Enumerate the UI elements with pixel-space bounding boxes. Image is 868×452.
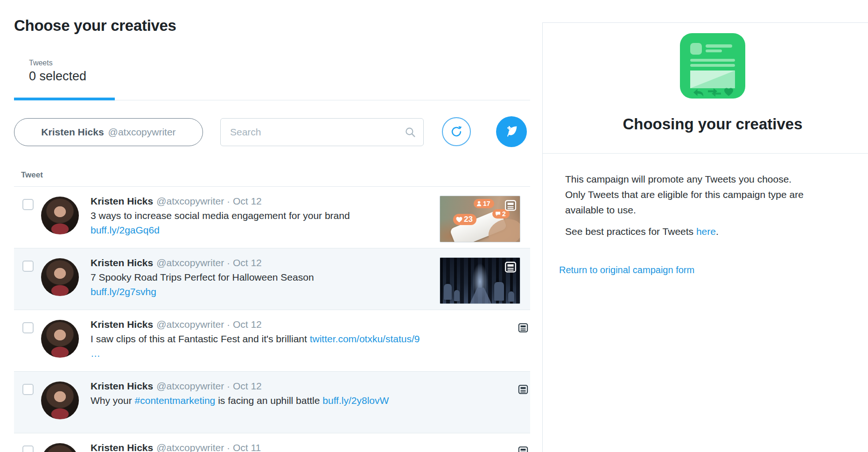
account-name: Kristen Hicks bbox=[41, 127, 104, 138]
page-title: Choose your creatives bbox=[14, 17, 176, 35]
tweet-media-thumbnail: 23 17 2 bbox=[440, 196, 520, 242]
best-practices-link[interactable]: here bbox=[696, 226, 716, 237]
gravestone-shape bbox=[494, 282, 504, 301]
tweet-text: 3 ways to increase social media engageme… bbox=[91, 208, 431, 223]
card-icon bbox=[518, 384, 528, 395]
search-input[interactable] bbox=[220, 118, 424, 146]
avatar bbox=[41, 258, 79, 296]
tweet-text: is facing an uphill battle bbox=[215, 395, 322, 406]
tweet-row[interactable]: Kristen Hicks@atxcopywriter · Oct 12 I s… bbox=[14, 310, 530, 372]
return-to-campaign-link[interactable]: Return to original campaign form bbox=[559, 265, 694, 275]
person-icon bbox=[476, 201, 482, 206]
tweet-more-link[interactable]: … bbox=[91, 346, 100, 360]
tweet-link[interactable]: twitter.com/otxku/status/9 bbox=[310, 333, 420, 344]
panel-tip: See best practices for Tweets here. bbox=[565, 224, 859, 239]
tweet-checkbox[interactable] bbox=[22, 445, 34, 452]
tweet-link[interactable]: buff.ly/2gaGq6d bbox=[91, 223, 160, 237]
likes-count: 23 bbox=[464, 215, 473, 224]
tweet-link[interactable]: buff.ly/2y8lovW bbox=[322, 395, 389, 406]
tweet-media-thumbnail bbox=[440, 257, 520, 304]
followers-count: 17 bbox=[483, 200, 490, 207]
tweet-link[interactable]: buff.ly/2g7svhg bbox=[91, 284, 156, 299]
panel-description-line: available to use. bbox=[565, 202, 859, 218]
gravestone-shape bbox=[508, 291, 514, 302]
column-header-tweet: Tweet bbox=[21, 170, 43, 180]
tweet-checkbox[interactable] bbox=[22, 384, 34, 395]
search-box bbox=[220, 118, 424, 146]
account-selector[interactable]: Kristen Hicks @atxcopywriter bbox=[14, 118, 203, 146]
refresh-icon bbox=[449, 125, 463, 139]
avatar bbox=[41, 320, 79, 358]
card-icon bbox=[504, 199, 517, 212]
panel-title: Choosing your creatives bbox=[543, 115, 868, 133]
compose-feather-icon bbox=[504, 124, 519, 139]
refresh-button[interactable] bbox=[442, 117, 471, 146]
tweet-checkbox[interactable] bbox=[22, 261, 34, 272]
tweet-content: Kristen Hicks@atxcopywriter · Oct 12 Why… bbox=[91, 379, 431, 408]
avatar bbox=[41, 443, 79, 452]
tab-tweets-count: 0 selected bbox=[14, 69, 115, 84]
path-shape bbox=[470, 288, 491, 304]
tweet-content: Kristen Hicks@atxcopywriter · Oct 12 I s… bbox=[91, 317, 431, 360]
tweet-author-name: Kristen Hicks bbox=[91, 319, 153, 330]
tweet-checkbox[interactable] bbox=[22, 322, 34, 333]
tweet-author-name: Kristen Hicks bbox=[91, 381, 153, 391]
card-icon bbox=[518, 446, 528, 452]
help-panel: Choosing your creatives This campaign wi… bbox=[542, 22, 868, 452]
avatar bbox=[41, 381, 79, 419]
tweet-checkbox[interactable] bbox=[22, 199, 34, 210]
search-icon bbox=[404, 126, 416, 138]
panel-description-line: This campaign will promote any Tweets yo… bbox=[565, 171, 859, 187]
card-icon bbox=[504, 261, 517, 273]
tab-tweets[interactable]: Tweets 0 selected bbox=[14, 59, 115, 84]
card-icon bbox=[518, 323, 528, 333]
account-handle: @atxcopywriter bbox=[108, 127, 176, 138]
tweet-author-name: Kristen Hicks bbox=[91, 442, 153, 452]
avatar bbox=[41, 197, 79, 234]
tweet-author-meta: @atxcopywriter · Oct 12 bbox=[156, 381, 262, 391]
panel-divider bbox=[543, 153, 868, 154]
tweet-author-meta: @atxcopywriter · Oct 12 bbox=[156, 319, 262, 330]
tweet-content: Kristen Hicks@atxcopywriter · Oct 11 bbox=[91, 440, 431, 452]
hashtag-link[interactable]: #contentmarketing bbox=[135, 395, 216, 406]
compose-tweet-button[interactable] bbox=[496, 116, 527, 147]
tweet-content: Kristen Hicks@atxcopywriter · Oct 12 7 S… bbox=[91, 255, 431, 299]
tweet-row[interactable]: Kristen Hicks@atxcopywriter · Oct 12 3 w… bbox=[14, 187, 530, 248]
tweet-author-meta: @atxcopywriter · Oct 12 bbox=[156, 257, 262, 268]
panel-description: This campaign will promote any Tweets yo… bbox=[565, 171, 859, 218]
panel-description-line: Only Tweets that are eligible for this c… bbox=[565, 187, 859, 202]
tweet-author-meta: @atxcopywriter · Oct 12 bbox=[156, 196, 262, 206]
tweet-author-name: Kristen Hicks bbox=[91, 196, 153, 206]
tweet-row[interactable]: Kristen Hicks@atxcopywriter · Oct 11 bbox=[14, 433, 530, 452]
heart-icon bbox=[456, 217, 462, 223]
panel-tip-text: See best practices for Tweets bbox=[565, 226, 696, 237]
tweet-list: Kristen Hicks@atxcopywriter · Oct 12 3 w… bbox=[14, 186, 530, 452]
tweet-text: Why your bbox=[91, 395, 135, 406]
gravestone-shape bbox=[444, 284, 452, 300]
tab-tweets-label: Tweets bbox=[14, 59, 115, 67]
tweet-author-name: Kristen Hicks bbox=[91, 257, 153, 268]
panel-tip-suffix: . bbox=[716, 226, 719, 237]
followers-badge: 17 bbox=[474, 199, 494, 208]
tweet-content: Kristen Hicks@atxcopywriter · Oct 12 3 w… bbox=[91, 194, 431, 237]
tweet-row[interactable]: Kristen Hicks@atxcopywriter · Oct 12 Why… bbox=[14, 372, 530, 433]
tweet-author-meta: @atxcopywriter · Oct 11 bbox=[156, 442, 261, 452]
gravestone-shape bbox=[454, 290, 460, 301]
speech-bubble-icon bbox=[495, 211, 501, 217]
tweet-text: 7 Spooky Road Trips Perfect for Hallowee… bbox=[91, 270, 431, 284]
tweet-text: I saw clips of this at Fantastic Fest an… bbox=[91, 333, 310, 344]
tweet-card-illustration bbox=[680, 33, 745, 99]
tweet-row[interactable]: Kristen Hicks@atxcopywriter · Oct 12 7 S… bbox=[14, 248, 530, 310]
active-tab-underline bbox=[14, 98, 115, 100]
likes-badge: 23 bbox=[453, 214, 476, 225]
